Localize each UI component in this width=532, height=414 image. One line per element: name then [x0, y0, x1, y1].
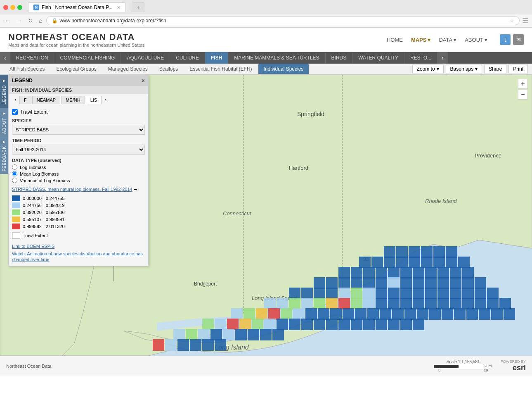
maximize-window-button[interactable]: [17, 5, 22, 10]
variance-radio[interactable]: [12, 178, 17, 183]
mean-log-biomass-radio[interactable]: [12, 171, 17, 176]
home-button[interactable]: ⌂: [37, 17, 44, 25]
close-window-button[interactable]: [3, 5, 8, 10]
nav-about[interactable]: ABOUT ▾: [465, 37, 487, 43]
browser-menu-icon[interactable]: ☰: [522, 16, 529, 25]
svg-rect-35: [363, 267, 375, 278]
svg-rect-51: [400, 277, 412, 289]
trawl-extent-row: Trawl Extent: [12, 109, 145, 115]
basemaps-button[interactable]: Basemaps ▾: [446, 64, 482, 74]
category-recreation[interactable]: RECREATION: [10, 52, 54, 64]
legend-tab[interactable]: LEGEND ◄: [0, 75, 8, 108]
legend-tab-menh[interactable]: ME/NH: [61, 96, 85, 104]
species-select[interactable]: STRIPED BASS: [12, 125, 145, 135]
browser-tab[interactable]: N Fish | Northeast Ocean Data P... ✕: [28, 2, 126, 12]
tab-close-button[interactable]: ✕: [117, 5, 121, 10]
chart-link[interactable]: STRIPED BASS, mean natural log biomass, …: [12, 186, 145, 192]
svg-rect-101: [305, 308, 317, 320]
legend-tab-left-arrow[interactable]: ‹: [12, 96, 19, 104]
legend-tab-neamap[interactable]: NEAMAP: [32, 96, 60, 104]
zoom-in-button[interactable]: +: [518, 79, 528, 89]
forward-button[interactable]: →: [15, 17, 24, 25]
twitter-icon[interactable]: t: [500, 34, 511, 45]
svg-rect-19: [396, 246, 408, 258]
category-nav-right-arrow[interactable]: ›: [437, 52, 448, 64]
mean-log-biomass-row: Mean Log Biomass: [12, 171, 145, 176]
category-fish[interactable]: FISH: [205, 52, 228, 64]
about-tab[interactable]: ABOUT ◄: [0, 108, 8, 137]
feedback-tab[interactable]: FEEDBACK ◄: [0, 137, 8, 174]
zoom-to-button[interactable]: Zoom to ▾: [412, 64, 444, 74]
variance-row: Variance of Log Biomass: [12, 178, 145, 183]
category-commercial-fishing[interactable]: COMMERCIAL FISHING: [54, 52, 121, 64]
svg-rect-107: [380, 308, 391, 320]
category-resto[interactable]: RESTO...: [404, 52, 437, 64]
bookmark-icon[interactable]: ☆: [510, 18, 514, 24]
svg-text:Rhode Island: Rhode Island: [425, 198, 457, 204]
new-tab-button[interactable]: +: [132, 2, 145, 12]
time-period-select[interactable]: Fall 1992-2014: [12, 145, 145, 155]
svg-rect-59: [301, 288, 313, 299]
svg-rect-136: [173, 329, 185, 340]
legend-tab-f[interactable]: F: [19, 96, 31, 104]
category-culture[interactable]: CULTURE: [170, 52, 205, 64]
animation-link[interactable]: Watch: Animation of how species distribu…: [12, 251, 143, 262]
subnav-ecological[interactable]: Ecological Groups: [51, 64, 102, 74]
minimize-window-button[interactable]: [10, 5, 15, 10]
svg-rect-117: [504, 308, 515, 320]
color-range-2: 0.244756 - 0.392019: [23, 203, 65, 208]
site-nav: HOME MAPS ▾ DATA ▾ ABOUT ▾ t ✉: [387, 34, 524, 45]
category-aquaculture[interactable]: AQUACULTURE: [121, 52, 170, 64]
legend-header: LEGEND ×: [9, 75, 148, 86]
svg-rect-84: [376, 298, 387, 309]
subnav-efh[interactable]: Essential Fish Habitat (EFH): [184, 64, 257, 74]
svg-rect-79: [314, 298, 325, 309]
subnav-individual-species[interactable]: Individual Species: [258, 64, 309, 74]
category-water-quality[interactable]: WATER QUALITY: [352, 52, 404, 64]
site-logo: NORTHEAST OCEAN DATA Maps and data for o…: [8, 32, 144, 48]
svg-rect-110: [417, 308, 428, 320]
map-zoom-controls: + −: [518, 79, 528, 100]
sub-nav: All Fish Species Ecological Groups Manag…: [0, 64, 532, 75]
subnav-all-fish[interactable]: All Fish Species: [4, 64, 50, 74]
svg-rect-99: [281, 308, 292, 320]
category-marine-mammals[interactable]: MARINE MAMMALS & SEA TURTLES: [228, 52, 325, 64]
share-button[interactable]: Share: [484, 64, 506, 74]
legend-tab-right-arrow[interactable]: ›: [102, 96, 109, 104]
address-bar[interactable]: 🔒 www.northeastoceandata.org/data-explor…: [46, 16, 520, 25]
svg-rect-41: [437, 267, 449, 278]
svg-rect-76: [277, 298, 288, 309]
social-icons: t ✉: [500, 34, 524, 45]
svg-rect-23: [446, 246, 457, 258]
svg-rect-120: [227, 319, 239, 330]
nav-data[interactable]: DATA ▾: [439, 37, 456, 43]
svg-rect-42: [450, 267, 461, 278]
legend-title: LEGEND: [12, 78, 33, 83]
svg-rect-137: [186, 329, 197, 340]
subnav-scallops[interactable]: Scallops: [154, 64, 183, 74]
category-birds[interactable]: BIRDS: [326, 52, 353, 64]
zoom-out-button[interactable]: −: [518, 90, 528, 100]
svg-rect-28: [409, 257, 420, 268]
svg-rect-92: [475, 298, 486, 309]
refresh-button[interactable]: ↻: [26, 17, 35, 25]
map-container[interactable]: Springfield Providence Hartford Connecti…: [0, 75, 532, 356]
back-button[interactable]: ←: [3, 17, 12, 25]
legend-panel: LEGEND × FISH: INDIVIDUAL SPECIES ‹ F NE…: [8, 75, 149, 266]
subnav-managed[interactable]: Managed Species: [103, 64, 153, 74]
email-icon[interactable]: ✉: [513, 34, 524, 45]
svg-rect-97: [256, 308, 267, 320]
log-biomass-radio[interactable]: [12, 164, 17, 170]
print-button[interactable]: Print: [508, 64, 528, 74]
svg-rect-93: [487, 298, 499, 309]
legend-close-button[interactable]: ×: [142, 77, 145, 84]
svg-rect-48: [363, 277, 375, 289]
category-nav-left-arrow[interactable]: ‹: [0, 52, 10, 64]
svg-rect-88: [425, 298, 437, 309]
legend-tab-lis[interactable]: LIS: [86, 96, 102, 104]
boem-link[interactable]: Link to BOEM ESPIS: [12, 244, 54, 249]
trawl-extent-checkbox[interactable]: [12, 109, 18, 115]
nav-home[interactable]: HOME: [387, 37, 403, 43]
nav-maps[interactable]: MAPS ▾: [411, 37, 431, 43]
esri-powered-text: POWERED BY: [501, 359, 526, 364]
